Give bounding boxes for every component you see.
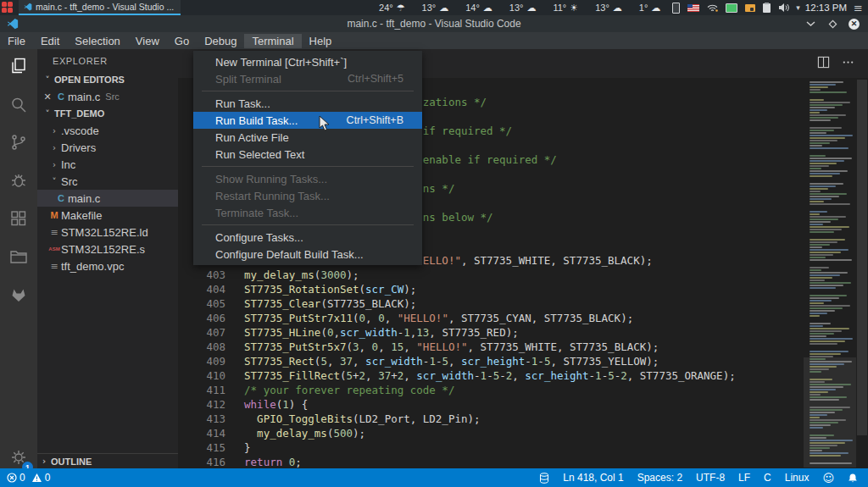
activitybar-explorer-icon[interactable]: [0, 49, 37, 83]
minimap-line: [810, 335, 826, 337]
activitybar-debug-icon[interactable]: [0, 163, 37, 197]
weather-widget[interactable]: 1°☁: [639, 3, 661, 14]
keyboard-layout-us-flag-icon[interactable]: [687, 3, 699, 13]
chevron-icon: ˅: [47, 177, 61, 186]
line-number: 408: [178, 340, 225, 354]
menu-item-show-running-tasks[interactable]: Show Running Tasks...: [193, 170, 422, 187]
file-tft-demo-vpc[interactable]: ≡tft_demo.vpc: [37, 257, 178, 274]
file-main-c[interactable]: Cmain.c: [37, 190, 178, 207]
menu-item-run-task[interactable]: Run Task...: [193, 95, 422, 112]
menu-item-terminate-task[interactable]: Terminate Task...: [193, 204, 422, 221]
indentation[interactable]: Spaces: 2: [637, 472, 682, 484]
weather-widget[interactable]: 13°☁: [595, 3, 622, 14]
section-open-editors[interactable]: ˅OPEN EDITORS: [37, 71, 178, 88]
cursor-position[interactable]: Ln 418, Col 1: [563, 472, 623, 484]
weather-widget[interactable]: 11°☀: [553, 3, 578, 14]
folder-lock-icon[interactable]: [745, 3, 755, 13]
activitybar-file-manager-icon[interactable]: [0, 240, 37, 274]
split-editor-icon[interactable]: [817, 56, 830, 69]
weather-widget[interactable]: 13°☁: [509, 3, 537, 14]
file-main-c[interactable]: ✕Cmain.cSrc: [37, 88, 178, 105]
menu-item-new-terminal-ctrl-shift[interactable]: New Terminal [Ctrl+Shift+`]: [193, 53, 422, 70]
database-icon[interactable]: [539, 473, 549, 484]
menubar-item-view[interactable]: View: [128, 34, 167, 48]
maximize-button[interactable]: [826, 18, 838, 30]
weather-widget[interactable]: 13°☁: [422, 3, 449, 14]
menu-item-split-terminal[interactable]: Split TerminalCtrl+Shift+5: [193, 70, 422, 87]
tray-expand-caret-icon[interactable]: ▾: [796, 3, 800, 12]
menubar-item-file[interactable]: File: [0, 34, 33, 48]
menu-item-configure-tasks[interactable]: Configure Tasks...: [193, 229, 422, 246]
device-icon[interactable]: [672, 3, 680, 13]
partly-sunny-icon: ☁: [651, 3, 660, 14]
menu-item-run-active-file[interactable]: Run Active File: [193, 129, 422, 146]
activitybar-search-icon[interactable]: [0, 88, 37, 122]
minimap-line: [810, 452, 849, 454]
menu-item-run-build-task[interactable]: Run Build Task...Ctrl+Shift+B: [193, 112, 422, 129]
menubar-item-help[interactable]: Help: [302, 34, 340, 48]
minimap-line: [810, 254, 833, 256]
minimap-line: [810, 333, 834, 335]
line-number: 406: [178, 311, 225, 325]
language-mode[interactable]: C: [764, 472, 771, 484]
close-button[interactable]: ✕: [849, 19, 860, 30]
minimap-line: [810, 211, 827, 213]
minimap-line: [810, 241, 837, 243]
code-line-405: ST7735_Clear(ST7735_BLACK);: [231, 296, 804, 311]
close-icon[interactable]: ✕: [41, 91, 54, 102]
scrollbar-thumb[interactable]: [857, 80, 867, 435]
menubar-item-edit[interactable]: Edit: [33, 34, 67, 48]
activitybar-source-control-icon[interactable]: [0, 125, 37, 159]
clock[interactable]: 12:13 PM: [805, 3, 847, 13]
minimap-line: [810, 89, 821, 91]
activitybar-extensions-icon[interactable]: [0, 202, 37, 235]
warning-icon: [31, 473, 42, 483]
app-launcher-icon[interactable]: [0, 0, 15, 15]
outline-section-header[interactable]: › OUTLINE: [37, 453, 178, 468]
encoding[interactable]: UTF-8: [696, 472, 725, 484]
minimap-line: [810, 340, 845, 342]
minimap-line: [810, 386, 843, 388]
minimap-line: [810, 442, 845, 444]
folder--vscode[interactable]: ›.vscode: [37, 122, 178, 139]
menubar-item-go[interactable]: Go: [167, 34, 197, 48]
menu-item-configure-default-build-task[interactable]: Configure Default Build Task...: [193, 246, 422, 263]
display-icon[interactable]: [726, 3, 737, 13]
menubar-item-terminal[interactable]: Terminal: [244, 34, 301, 48]
minimap-line: [810, 117, 838, 119]
folder-inc[interactable]: ›Inc: [37, 156, 178, 173]
minimize-button[interactable]: [804, 18, 816, 30]
file-makefile[interactable]: MMakefile: [37, 207, 178, 224]
menu-item-restart-running-task[interactable]: Restart Running Task...: [193, 187, 422, 204]
folder-src[interactable]: ˅Src: [37, 173, 178, 190]
explorer-sidebar: EXPLORER ˅OPEN EDITORS✕Cmain.cSrc˅TFT_DE…: [37, 49, 178, 468]
folder-drivers[interactable]: ›Drivers: [37, 139, 178, 156]
menu-item-run-selected-text[interactable]: Run Selected Text: [193, 146, 422, 163]
taskbar-window-button[interactable]: main.c - tft_demo - Visual Studio ...: [19, 0, 181, 15]
volume-icon[interactable]: [778, 3, 789, 13]
eol-sequence[interactable]: LF: [738, 472, 750, 484]
menubar-item-debug[interactable]: Debug: [197, 34, 244, 48]
problems-indicator[interactable]: 0 0: [7, 472, 50, 484]
vertical-scrollbar[interactable]: [856, 78, 868, 468]
panel-menu-icon[interactable]: ≡: [854, 2, 863, 14]
status-bar: 0 0 Ln 418, Col 1 Spaces: 2 UTF-8 LF C L…: [0, 468, 868, 487]
weather-widget[interactable]: 24°☂: [379, 3, 405, 14]
remote-os[interactable]: Linux: [785, 472, 810, 484]
minimap-line: [810, 219, 838, 220]
chevron-icon: ›: [47, 126, 61, 136]
file-stm32l152re-s[interactable]: ASMSTM32L152RE.s: [37, 241, 178, 257]
activitybar-gitlab-icon[interactable]: [0, 278, 37, 312]
minimap[interactable]: [804, 78, 856, 468]
menubar-item-selection[interactable]: Selection: [67, 34, 127, 48]
wifi-icon[interactable]: [707, 3, 718, 13]
clipboard-icon[interactable]: [763, 3, 771, 13]
minimap-line: [810, 295, 847, 296]
file-stm32l152re-ld[interactable]: ≡STM32L152RE.ld: [37, 224, 178, 241]
more-actions-icon[interactable]: [842, 56, 854, 69]
minimap-line: [810, 127, 842, 129]
section-tft-demo[interactable]: ˅TFT_DEMO: [37, 105, 178, 122]
notifications-bell-icon[interactable]: [848, 473, 858, 484]
weather-widget[interactable]: 14°☁: [465, 3, 492, 14]
feedback-smiley-icon[interactable]: ☺: [822, 472, 834, 484]
